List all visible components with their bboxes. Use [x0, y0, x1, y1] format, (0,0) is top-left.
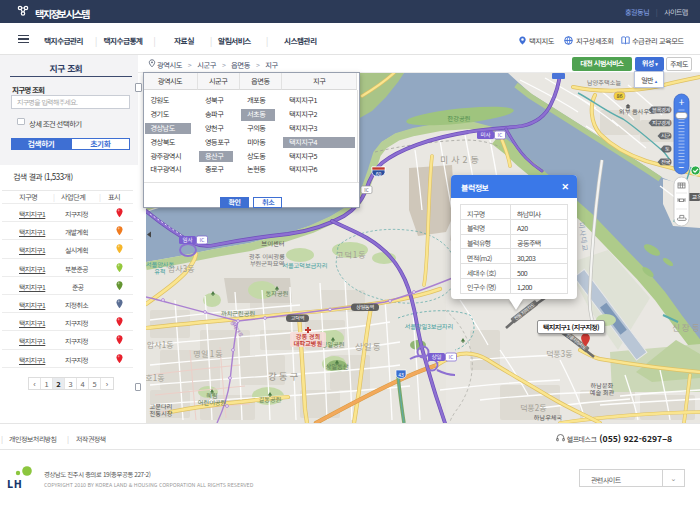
svg-text:60: 60: [376, 170, 382, 177]
svg-text:상일: 상일: [431, 353, 441, 361]
svg-text:서울고덕보금자리: 서울고덕보금자리: [282, 261, 328, 270]
svg-text:도: 도: [665, 145, 670, 153]
svg-text:IC: IC: [497, 131, 503, 139]
svg-text:미사2동: 미사2동: [440, 153, 482, 166]
svg-text:교옥: 교옥: [692, 193, 700, 201]
svg-text:블록경계: 블록경계: [652, 106, 671, 114]
svg-text:지구경계: 지구경계: [652, 119, 671, 127]
svg-text:IC: IC: [448, 353, 454, 361]
svg-text:43: 43: [398, 371, 404, 378]
svg-text:한강공원: 한강공원: [448, 114, 471, 123]
svg-text:시군: 시군: [661, 132, 671, 140]
svg-text:전국: 전국: [661, 158, 671, 166]
svg-text:외부 음사우스: 외부 음사우스: [619, 107, 655, 116]
svg-text:−: −: [679, 159, 685, 174]
svg-text:암사1동: 암사1동: [147, 339, 174, 350]
svg-text:고덕1동: 고덕1동: [336, 249, 367, 260]
svg-text:덕풍2동: 덕풍2동: [520, 402, 547, 413]
svg-text:부원군파묘역: 부원군파묘역: [250, 259, 284, 268]
svg-text:신장동: 신장동: [672, 321, 700, 333]
svg-text:상일동: 상일동: [355, 340, 381, 352]
svg-text:남양주택소늘: 남양주택소늘: [587, 78, 621, 87]
svg-text:상일동역: 상일동역: [356, 303, 374, 310]
svg-text:강동구: 강동구: [268, 369, 300, 383]
svg-text:유적: 유적: [154, 267, 165, 276]
svg-text:고덕역: 고덕역: [291, 314, 305, 321]
svg-text:IC: IC: [199, 236, 205, 244]
svg-text:하남우체국: 하남우체국: [534, 413, 563, 422]
svg-text:IC: IC: [364, 186, 369, 193]
svg-text:어린이공원: 어린이공원: [198, 398, 227, 407]
svg-text:명일1동: 명일1동: [193, 348, 224, 359]
svg-text:덕풍3동: 덕풍3동: [546, 348, 573, 359]
svg-text:예술 회관: 예술 회관: [590, 388, 615, 397]
svg-text:86: 86: [616, 92, 622, 100]
svg-text:브이센터: 브이센터: [262, 239, 285, 248]
svg-text:대학교병원: 대학교병원: [294, 339, 323, 348]
svg-text:천호1동: 천호1동: [146, 372, 165, 383]
svg-text:임사: 임사: [182, 236, 192, 244]
svg-text:까치근린공원: 까치근린공원: [221, 309, 255, 318]
svg-text:서울강일3보금자리: 서울강일3보금자리: [405, 322, 454, 331]
svg-text:+: +: [679, 94, 685, 109]
svg-text:전통시장: 전통시장: [150, 409, 173, 418]
svg-text:미사: 미사: [480, 131, 490, 139]
